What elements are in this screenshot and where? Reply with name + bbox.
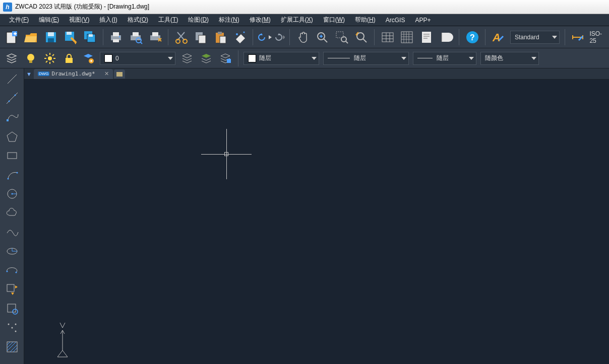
undo-redo-button[interactable] <box>257 28 285 47</box>
chevron-down-icon <box>312 57 317 60</box>
pan-button[interactable] <box>294 28 312 47</box>
svg-point-62 <box>11 327 13 329</box>
zoom-window-button[interactable] <box>333 28 351 47</box>
menu-tools[interactable]: 工具(T) <box>153 14 183 26</box>
print-preview-button[interactable] <box>127 28 145 47</box>
help-button[interactable]: ? <box>463 28 481 47</box>
svg-rect-36 <box>422 32 431 43</box>
layer-dropdown[interactable]: 0 <box>100 52 175 65</box>
layer-on-button[interactable] <box>22 50 39 67</box>
svg-text:A: A <box>492 31 501 44</box>
menu-modify[interactable]: 修改(M) <box>245 14 276 26</box>
save-as-button[interactable] <box>62 28 79 47</box>
tool-ellipse[interactable] <box>3 243 22 260</box>
undo-redo-icon <box>258 31 285 43</box>
line-sample-icon <box>417 58 433 58</box>
tool-point[interactable] <box>3 319 22 336</box>
layer-lock-button[interactable] <box>60 50 78 67</box>
tool-polygon[interactable] <box>3 128 22 145</box>
tool-polyline[interactable] <box>3 109 22 126</box>
sheet-set-button[interactable] <box>438 28 455 47</box>
copy-button[interactable] <box>192 28 210 47</box>
document-tab-active[interactable]: DWG Drawing1.dwg* ✕ <box>34 69 113 79</box>
new-file-icon <box>5 30 19 44</box>
open-button[interactable] <box>23 28 40 47</box>
tool-xline[interactable] <box>3 90 22 107</box>
layer-iso-button[interactable] <box>198 50 215 67</box>
tool-arc[interactable] <box>3 166 22 183</box>
text-style-dropdown[interactable]: Standard <box>510 31 560 44</box>
save-button[interactable] <box>42 28 60 47</box>
drawing-canvas[interactable] <box>24 80 609 364</box>
new-tab-button[interactable] <box>114 69 125 79</box>
layer-previous-button[interactable] <box>178 50 196 67</box>
lightbulb-icon <box>24 52 37 65</box>
tool-hatch[interactable] <box>3 338 22 355</box>
sun-icon <box>43 52 56 65</box>
separator <box>459 29 459 45</box>
tab-list-handle[interactable]: ▼ <box>26 71 32 77</box>
layer-walk-button[interactable] <box>217 50 234 67</box>
menu-edit[interactable]: 编辑(E) <box>34 14 64 26</box>
linetype-dropdown[interactable]: 随层 <box>243 52 319 65</box>
menu-window[interactable]: 窗口(W) <box>318 14 350 26</box>
menu-draw[interactable]: 绘图(D) <box>183 14 214 26</box>
paste-button[interactable] <box>212 28 229 47</box>
menu-app-plus[interactable]: APP+ <box>410 15 436 25</box>
xline-icon <box>5 91 19 105</box>
menu-arcgis[interactable]: ArcGIS <box>381 15 410 25</box>
dim-style-value: ISO-25 <box>587 30 607 44</box>
tool-ellipse-arc[interactable] <box>3 262 22 279</box>
menu-file[interactable]: 文件(F) <box>4 14 34 26</box>
menu-help[interactable]: 帮助(H) <box>350 14 381 26</box>
lineweight-dropdown[interactable]: 随层 <box>323 52 409 65</box>
linestyle-value: 随层 <box>437 54 449 62</box>
tool-circle[interactable] <box>3 185 22 202</box>
menu-view[interactable]: 视图(V) <box>64 14 94 26</box>
menubar: 文件(F) 编辑(E) 视图(V) 插入(I) 格式(O) 工具(T) 绘图(D… <box>0 14 609 26</box>
tool-revcloud[interactable] <box>3 204 22 222</box>
linestyle-dropdown[interactable]: 随层 <box>413 52 476 65</box>
titlebar: h ZWCAD 2023 试用版 (功能受限) - [Drawing1.dwg] <box>0 0 609 14</box>
plot-button[interactable] <box>146 28 164 47</box>
chevron-down-icon <box>469 57 474 60</box>
tool-line[interactable] <box>3 70 22 88</box>
spreadsheet-icon <box>400 30 414 44</box>
paste-icon <box>213 30 227 44</box>
svg-rect-12 <box>113 39 119 42</box>
menu-express[interactable]: 扩展工具(X) <box>276 14 318 26</box>
zoom-previous-button[interactable] <box>353 28 371 47</box>
tool-spline[interactable] <box>3 224 22 241</box>
spline-icon <box>5 225 19 239</box>
print-button[interactable] <box>107 28 125 47</box>
menu-format[interactable]: 格式(O) <box>123 14 153 26</box>
tool-rectangle[interactable] <box>3 147 22 164</box>
svg-rect-50 <box>8 153 17 159</box>
color-dropdown[interactable]: 随颜色 <box>480 52 539 65</box>
tool-insert-block[interactable] <box>3 281 22 298</box>
new-button[interactable] <box>3 28 21 47</box>
text-style-button[interactable]: A <box>490 28 507 47</box>
properties-button[interactable] <box>418 28 436 47</box>
make-block-icon <box>5 302 19 316</box>
polyline-icon <box>5 110 19 124</box>
eraser-button[interactable] <box>231 28 249 47</box>
table-button[interactable] <box>379 28 396 47</box>
spreadsheet-button[interactable] <box>398 28 416 47</box>
menu-insert[interactable]: 插入(I) <box>94 14 122 26</box>
svg-point-61 <box>8 324 9 325</box>
menu-dimension[interactable]: 标注(N) <box>214 14 245 26</box>
cut-button[interactable] <box>172 28 190 47</box>
layer-states-button[interactable] <box>80 50 97 67</box>
zoom-realtime-button[interactable] <box>314 28 331 47</box>
svg-marker-29 <box>283 35 285 39</box>
save-all-button[interactable] <box>81 28 99 47</box>
dimension-style-button[interactable] <box>569 28 587 47</box>
tool-make-block[interactable] <box>3 300 22 317</box>
folder-open-icon <box>24 30 38 44</box>
close-icon[interactable]: ✕ <box>104 70 109 77</box>
layer-manager-button[interactable] <box>3 50 20 67</box>
draw-tool-palette <box>0 68 24 364</box>
layer-freeze-button[interactable] <box>41 50 58 67</box>
separator <box>253 29 253 45</box>
